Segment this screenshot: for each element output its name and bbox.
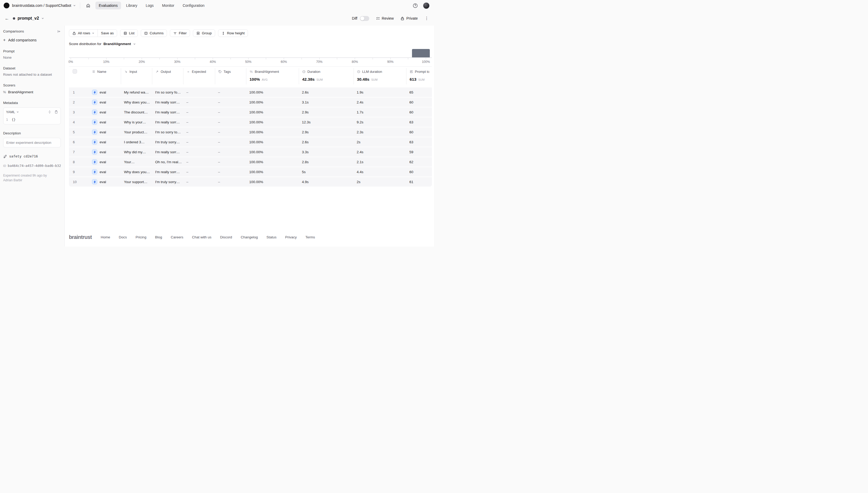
score-distribution-select[interactable]: Score distribution for BrandAlignment — [69, 42, 432, 46]
footer-link[interactable]: Docs — [119, 235, 127, 239]
column-header-tags[interactable]: Tags — [215, 68, 246, 84]
footer-link[interactable]: Privacy — [285, 235, 297, 239]
axis-tick — [284, 58, 284, 60]
footer-link[interactable]: Chat with us — [192, 235, 211, 239]
help-button[interactable] — [412, 2, 419, 9]
metadata-content[interactable]: {} — [12, 117, 16, 122]
description-input[interactable] — [3, 138, 61, 148]
lock-icon — [72, 31, 76, 35]
row-input: Your support… — [121, 180, 152, 184]
eval-badge-icon — [92, 90, 97, 95]
table-row[interactable]: 4 eval Why is your… I'm really sorr… – – — [69, 117, 432, 127]
row-prompt-tokens: 63 — [406, 120, 432, 124]
axis-tick-label: 20% — [139, 60, 145, 64]
main-tab[interactable]: Configuration — [179, 2, 208, 9]
row-name: eval — [100, 130, 106, 134]
row-input: Why did my… — [121, 150, 152, 154]
column-header-duration[interactable]: Duration 42.38s SUM — [299, 68, 354, 84]
footer-link[interactable]: Blog — [155, 235, 162, 239]
column-header-brand-alignment[interactable]: % BrandAlignment 100% AVG — [246, 68, 299, 84]
row-brand-alignment: 100.00% — [246, 180, 299, 184]
row-tags: – — [215, 140, 246, 144]
footer-link[interactable]: Careers — [171, 235, 183, 239]
column-header-expected[interactable]: = Expected — [183, 68, 215, 84]
collapse-sidebar-button[interactable] — [57, 29, 61, 33]
footer-link[interactable]: Terms — [305, 235, 315, 239]
more-options-button[interactable]: ⋮ — [425, 16, 429, 20]
column-header-name[interactable]: Name — [89, 68, 121, 84]
main-tab[interactable]: Evaluations — [96, 2, 121, 9]
table-row[interactable]: 1 eval My refund wa… I'm so sorry fo… – … — [69, 87, 432, 97]
axis-tick — [71, 58, 71, 60]
table-row[interactable]: 2 eval Why does you… I'm really sorr… – … — [69, 98, 432, 107]
experiment-id[interactable]: ID ba464c74–a457–4d00–bad6–b32… — [3, 164, 61, 168]
columns-button[interactable]: Columns — [141, 29, 167, 37]
row-output: I'm truly sorry… — [152, 140, 183, 144]
column-header-llm-duration[interactable]: LLM duration 30.48s SUM — [354, 68, 406, 84]
metadata-format-select[interactable]: YAML — [6, 110, 19, 114]
equals-icon: = — [187, 70, 190, 73]
save-as-button[interactable]: Save as — [98, 29, 117, 37]
tokens-grid-icon — [410, 70, 413, 73]
add-comparisons-button[interactable]: + Add comparisons — [3, 38, 37, 42]
percent-icon: % — [250, 70, 253, 73]
row-name-cell: eval — [89, 159, 121, 165]
column-header-output[interactable]: Output — [152, 68, 183, 84]
back-button[interactable]: ← — [5, 16, 9, 21]
row-brand-alignment: 100.00% — [246, 130, 299, 134]
list-view-button[interactable]: List — [120, 29, 138, 37]
experiment-title[interactable]: prompt_v2 — [13, 16, 44, 21]
filter-button[interactable]: Filter — [170, 29, 190, 37]
axis-tick-label: 40% — [210, 60, 216, 64]
rows-filter-group: All rows Save as — [69, 29, 117, 37]
collapse-content-button[interactable] — [48, 110, 51, 114]
table-row[interactable]: 10 eval Your support… I'm truly sorry… –… — [69, 177, 432, 187]
footer-links: HomeDocsPricingBlogCareersChat with usDi… — [101, 235, 315, 239]
axis-tick-label: 10% — [103, 60, 109, 64]
footer-link[interactable]: Pricing — [135, 235, 146, 239]
row-expected: – — [183, 120, 215, 124]
axis-tick — [266, 58, 266, 60]
home-button[interactable] — [84, 2, 92, 9]
table-row[interactable]: 5 eval Your product… I'm so sorry to… – … — [69, 127, 432, 137]
plus-icon: + — [3, 38, 5, 42]
breadcrumb[interactable]: braintrustdata.com / SupportChatbot — [12, 3, 76, 7]
main-tab[interactable]: Monitor — [158, 2, 178, 9]
axis-tick-label: 60% — [281, 60, 287, 64]
column-header-input[interactable]: Input — [121, 68, 152, 84]
footer-link[interactable]: Changelog — [241, 235, 258, 239]
axis-tick-label: 100% — [422, 60, 430, 64]
footer-link[interactable]: Discord — [220, 235, 232, 239]
table-row[interactable]: 3 eval The discount… I'm really sorr… – … — [69, 107, 432, 117]
table-row[interactable]: 9 eval Why does you… I'm really sorr… – … — [69, 167, 432, 176]
column-header-prompt-tokens[interactable]: Prompt tokens 613 SUM — [406, 68, 432, 84]
git-ref[interactable]: safety cd2e716 — [3, 154, 61, 158]
group-button[interactable]: Group — [193, 29, 215, 37]
histogram-bar[interactable] — [412, 49, 430, 57]
top-nav-bar: braintrustdata.com / SupportChatbot Eval… — [0, 0, 434, 11]
app-window: braintrustdata.com / SupportChatbot Eval… — [0, 0, 434, 246]
select-all-checkbox[interactable] — [72, 69, 77, 73]
row-height-button[interactable]: Row height — [218, 29, 248, 37]
table-row[interactable]: 6 eval I ordered 3… I'm truly sorry… – – — [69, 137, 432, 147]
axis-tick-label: 70% — [316, 60, 322, 64]
footer-link[interactable]: Home — [101, 235, 110, 239]
review-button[interactable]: Review — [376, 16, 394, 20]
table-row[interactable]: 7 eval Why did my… I'm really sorr… – – — [69, 147, 432, 157]
row-prompt-tokens: 60 — [406, 110, 432, 114]
row-llm-duration: 2.4s — [354, 150, 406, 154]
footer-link[interactable]: Status — [267, 235, 276, 239]
comparisons-title: Comparisons — [3, 29, 24, 33]
private-button[interactable]: Private — [400, 16, 418, 20]
user-avatar[interactable] — [423, 2, 430, 9]
table-row[interactable]: 8 eval Your… Oh no, I'm real… – – — [69, 157, 432, 167]
checklist-icon — [376, 17, 380, 20]
main-tab[interactable]: Logs — [142, 2, 157, 9]
diff-toggle[interactable] — [360, 16, 369, 21]
main-tab[interactable]: Library — [123, 2, 141, 9]
copy-button[interactable] — [55, 110, 58, 114]
axis-tick — [195, 58, 195, 60]
scorer-item[interactable]: % BrandAlignment — [3, 90, 61, 94]
all-rows-button[interactable]: All rows — [69, 29, 98, 37]
row-expected: – — [183, 180, 215, 184]
